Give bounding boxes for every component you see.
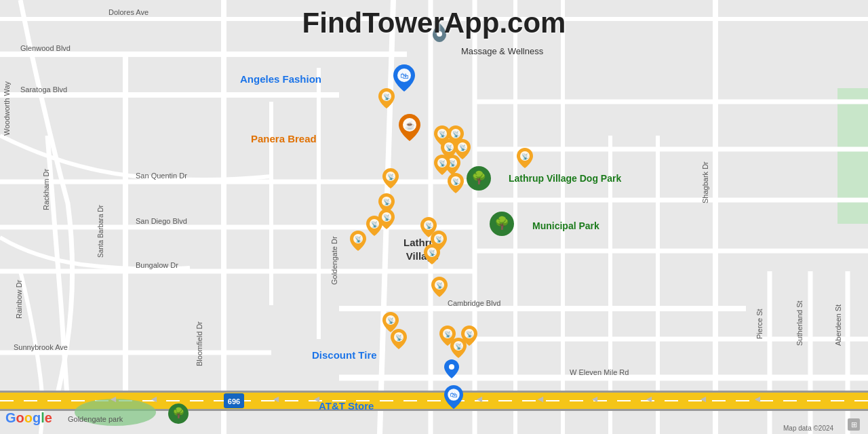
att-store-label[interactable]: AT&T Store xyxy=(319,400,374,412)
svg-text:Goldengate Dr: Goldengate Dr xyxy=(330,236,338,285)
angeles-fashion-label[interactable]: Angeles Fashion xyxy=(240,73,321,85)
svg-text:Santa Barbara Dr: Santa Barbara Dr xyxy=(97,205,104,258)
svg-text:Goldengate park: Goldengate park xyxy=(68,415,123,423)
map-background: 696 Dolores Ave Glenwood Blvd Saratoga B… xyxy=(0,0,868,434)
dog-park-label[interactable]: Lathrup Village Dog Park xyxy=(509,173,621,184)
svg-text:Shagbark Dr: Shagbark Dr xyxy=(701,161,709,203)
svg-text:San Diego Blvd: San Diego Blvd xyxy=(136,217,187,225)
panera-bread-label[interactable]: Panera Bread xyxy=(251,133,317,144)
svg-text:Woodworth Way: Woodworth Way xyxy=(3,81,11,136)
svg-text:◄: ◄ xyxy=(753,393,762,404)
svg-text:696: 696 xyxy=(228,397,240,406)
svg-text:◄: ◄ xyxy=(475,393,484,404)
svg-text:◄: ◄ xyxy=(108,393,118,404)
svg-text:Sutherland St: Sutherland St xyxy=(795,300,804,346)
municipal-park-label[interactable]: Municipal Park xyxy=(532,220,599,231)
svg-text:Saratoga Blvd: Saratoga Blvd xyxy=(20,85,67,94)
svg-text:Aberdeen St: Aberdeen St xyxy=(834,304,842,346)
map-container: 696 Dolores Ave Glenwood Blvd Saratoga B… xyxy=(0,0,868,434)
svg-text:Map data ©2024: Map data ©2024 xyxy=(783,425,834,432)
svg-text:Dolores Ave: Dolores Ave xyxy=(108,8,149,16)
svg-text:◄: ◄ xyxy=(698,393,708,404)
page-title: FindTowerApp.com xyxy=(302,7,566,39)
svg-text:San Quentin Dr: San Quentin Dr xyxy=(136,172,187,180)
svg-text:◄: ◄ xyxy=(271,393,281,404)
svg-text:◄: ◄ xyxy=(590,393,599,404)
svg-text:◄: ◄ xyxy=(536,393,545,404)
discount-tire-label[interactable]: Discount Tire xyxy=(312,349,377,361)
svg-text:Sunnybrook Ave: Sunnybrook Ave xyxy=(14,343,68,351)
google-logo: G o o g l e xyxy=(5,410,52,426)
svg-rect-1 xyxy=(837,88,868,224)
svg-text:Glenwood Blvd: Glenwood Blvd xyxy=(20,44,71,52)
svg-text:W Eleven Mile Rd: W Eleven Mile Rd xyxy=(570,368,629,376)
svg-text:◄: ◄ xyxy=(149,393,159,404)
massage-wellness-label: Massage & Wellness xyxy=(461,46,543,56)
svg-text:Rainbow Dr: Rainbow Dr xyxy=(15,279,23,319)
svg-text:Pierce St: Pierce St xyxy=(755,309,764,339)
svg-text:⊞: ⊞ xyxy=(851,420,857,429)
svg-rect-0 xyxy=(0,0,868,434)
svg-text:Cambridge Blvd: Cambridge Blvd xyxy=(448,299,500,307)
svg-text:Rackham Dr: Rackham Dr xyxy=(42,169,50,210)
lathrup-village-label: LathrupVillage xyxy=(403,236,441,262)
svg-text:Bloomfield Dr: Bloomfield Dr xyxy=(195,321,203,366)
svg-text:Bungalow Dr: Bungalow Dr xyxy=(136,261,178,269)
svg-text:◄: ◄ xyxy=(644,393,654,404)
